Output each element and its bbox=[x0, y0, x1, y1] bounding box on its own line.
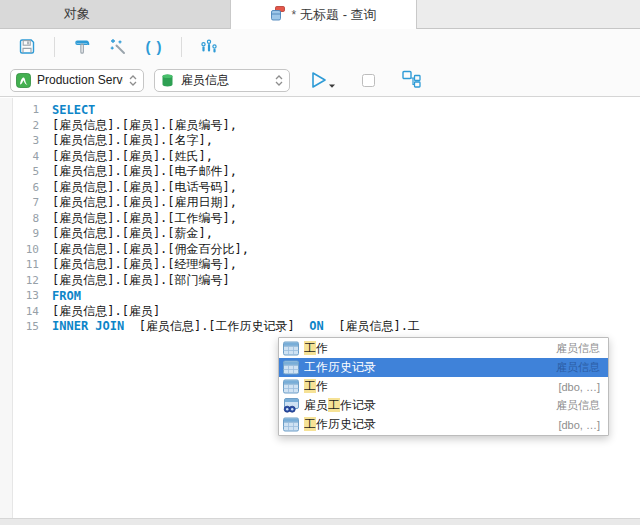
table-icon bbox=[283, 360, 299, 375]
line-number: 5 bbox=[13, 165, 52, 178]
table-icon bbox=[283, 417, 299, 432]
sql-text: [雇员信息].[工作历史记录] bbox=[124, 319, 309, 333]
tab-bar-empty-space bbox=[417, 0, 640, 29]
explain-button[interactable] bbox=[198, 36, 220, 58]
sql-editor[interactable]: 1 SELECT 2 [雇员信息].[雇员].[雇员编号], 3 [雇员信息].… bbox=[0, 98, 640, 518]
query-builder-hammer-icon bbox=[72, 37, 92, 57]
line-number: 8 bbox=[13, 212, 52, 225]
beautify-wand-icon bbox=[108, 37, 128, 57]
suggestion-context: 雇员信息 bbox=[556, 341, 600, 356]
beautify-sql-button[interactable] bbox=[107, 36, 129, 58]
line-number: 9 bbox=[13, 227, 52, 240]
sql-text: [雇员信息].[雇员].[名字], bbox=[52, 133, 213, 147]
line-code: [雇员信息].[雇员].[薪金], bbox=[52, 225, 213, 242]
autocomplete-item[interactable]: 工作 雇员信息 bbox=[279, 339, 608, 358]
connection-value: Production Server bbox=[37, 73, 123, 87]
database-icon bbox=[160, 73, 175, 88]
tab-query-active[interactable]: * 无标题 - 查询 bbox=[230, 0, 417, 29]
run-button[interactable] bbox=[308, 70, 336, 90]
line-number: 14 bbox=[13, 305, 52, 318]
sql-text: [雇员信息].[雇员].[姓氏], bbox=[52, 149, 213, 163]
sql-text: [雇员信息].[雇员].[电话号码], bbox=[52, 180, 237, 194]
unsaved-indicator: * bbox=[291, 8, 296, 22]
sql-keyword: INNER JOIN bbox=[52, 319, 124, 333]
table-icon bbox=[283, 341, 299, 356]
code-line[interactable]: 1 SELECT bbox=[13, 102, 640, 118]
code-line[interactable]: 7 [雇员信息].[雇员].[雇用日期], bbox=[13, 195, 640, 211]
autocomplete-item[interactable]: 工作历史记录 [dbo, …] bbox=[279, 415, 608, 434]
sql-text: [雇员信息].[雇员].[佣金百分比], bbox=[52, 242, 249, 256]
line-code: [雇员信息].[雇员].[部门编号] bbox=[52, 272, 230, 289]
query-tab-icon bbox=[270, 6, 286, 24]
code-line[interactable]: 2 [雇员信息].[雇员].[雇员编号], bbox=[13, 118, 640, 134]
run-option-checkbox[interactable] bbox=[362, 74, 375, 87]
query-builder-button[interactable] bbox=[71, 36, 93, 58]
combo-stepper-icon bbox=[129, 75, 137, 86]
code-line[interactable]: 8 [雇员信息].[雇员].[工作编号], bbox=[13, 211, 640, 227]
line-number: 7 bbox=[13, 196, 52, 209]
code-line[interactable]: 9 [雇员信息].[雇员].[薪金], bbox=[13, 226, 640, 242]
code-line[interactable]: 4 [雇员信息].[雇员].[姓氏], bbox=[13, 149, 640, 165]
line-code: FROM bbox=[52, 289, 81, 303]
code-lines: 1 SELECT 2 [雇员信息].[雇员].[雇员编号], 3 [雇员信息].… bbox=[13, 102, 640, 335]
connection-select[interactable]: Production Server bbox=[10, 69, 144, 92]
sql-text: [雇员信息].[雇员].[电子邮件], bbox=[52, 164, 237, 178]
autocomplete-dropdown: 工作 雇员信息 工作历史记录 雇员信息 工作 [dbo, …] 雇员工作记录 雇… bbox=[278, 337, 609, 436]
editor-left-strip bbox=[0, 98, 13, 518]
line-code: [雇员信息].[雇员].[电话号码], bbox=[52, 179, 237, 196]
database-select[interactable]: 雇员信息 bbox=[154, 69, 290, 92]
code-line[interactable]: 13 FROM bbox=[13, 288, 640, 304]
line-code: [雇员信息].[雇员].[雇用日期], bbox=[52, 194, 237, 211]
line-number: 4 bbox=[13, 150, 52, 163]
tab-bar: 对象 * 无标题 - 查询 bbox=[0, 0, 640, 29]
table-icon bbox=[283, 341, 299, 356]
line-number: 13 bbox=[13, 289, 52, 302]
line-number: 2 bbox=[13, 119, 52, 132]
window-bottom-edge bbox=[0, 518, 640, 525]
code-line[interactable]: 12 [雇员信息].[雇员].[部门编号] bbox=[13, 273, 640, 289]
query-toolbar: ( ) bbox=[0, 29, 640, 64]
line-number: 10 bbox=[13, 243, 52, 256]
code-line[interactable]: 11 [雇员信息].[雇员].[经理编号], bbox=[13, 257, 640, 273]
line-number: 1 bbox=[13, 103, 52, 116]
code-snippet-button[interactable]: ( ) bbox=[143, 36, 165, 58]
combo-stepper-icon bbox=[275, 75, 283, 86]
line-code: [雇员信息].[雇员].[雇员编号], bbox=[52, 117, 237, 134]
table-icon bbox=[283, 379, 299, 394]
sql-text: [雇员信息].工 bbox=[324, 319, 420, 333]
code-line[interactable]: 5 [雇员信息].[雇员].[电子邮件], bbox=[13, 164, 640, 180]
suggestion-name: 雇员工作记录 bbox=[304, 397, 556, 414]
autocomplete-item[interactable]: 工作 [dbo, …] bbox=[279, 377, 608, 396]
suggestion-name: 工作历史记录 bbox=[304, 359, 556, 376]
save-button[interactable] bbox=[16, 36, 38, 58]
autocomplete-item[interactable]: 工作历史记录 雇员信息 bbox=[279, 358, 608, 377]
code-line[interactable]: 14 [雇员信息].[雇员] bbox=[13, 304, 640, 320]
table-icon bbox=[283, 360, 299, 375]
line-code: [雇员信息].[雇员].[工作编号], bbox=[52, 210, 237, 227]
line-number: 11 bbox=[13, 258, 52, 271]
tab-objects[interactable]: 对象 bbox=[0, 0, 230, 29]
line-code: SELECT bbox=[52, 103, 95, 117]
code-line[interactable]: 6 [雇员信息].[雇员].[电话号码], bbox=[13, 180, 640, 196]
matched-text: 工 bbox=[304, 417, 316, 431]
autocomplete-item[interactable]: 雇员工作记录 雇员信息 bbox=[279, 396, 608, 415]
query-plan-button[interactable] bbox=[401, 69, 422, 92]
line-code: [雇员信息].[雇员].[名字], bbox=[52, 132, 213, 149]
line-code: INNER JOIN [雇员信息].[工作历史记录] ON [雇员信息].工 bbox=[52, 318, 420, 335]
line-number: 12 bbox=[13, 274, 52, 287]
sql-keyword: ON bbox=[309, 319, 323, 333]
sql-keyword: SELECT bbox=[52, 103, 95, 117]
database-value: 雇员信息 bbox=[181, 72, 269, 89]
line-number: 6 bbox=[13, 181, 52, 194]
view-icon bbox=[283, 398, 299, 413]
suggestion-context: 雇员信息 bbox=[556, 398, 600, 413]
sql-text: [雇员信息].[雇员].[雇员编号], bbox=[52, 118, 237, 132]
line-number: 3 bbox=[13, 134, 52, 147]
code-line[interactable]: 10 [雇员信息].[雇员].[佣金百分比], bbox=[13, 242, 640, 258]
code-line[interactable]: 3 [雇员信息].[雇员].[名字], bbox=[13, 133, 640, 149]
code-line[interactable]: 15 INNER JOIN [雇员信息].[工作历史记录] ON [雇员信息].… bbox=[13, 319, 640, 335]
tab-objects-label: 对象 bbox=[64, 5, 90, 23]
table-icon bbox=[283, 379, 299, 394]
sql-text: [雇员信息].[雇员].[工作编号], bbox=[52, 211, 237, 225]
run-dropdown-caret-icon bbox=[328, 83, 336, 89]
